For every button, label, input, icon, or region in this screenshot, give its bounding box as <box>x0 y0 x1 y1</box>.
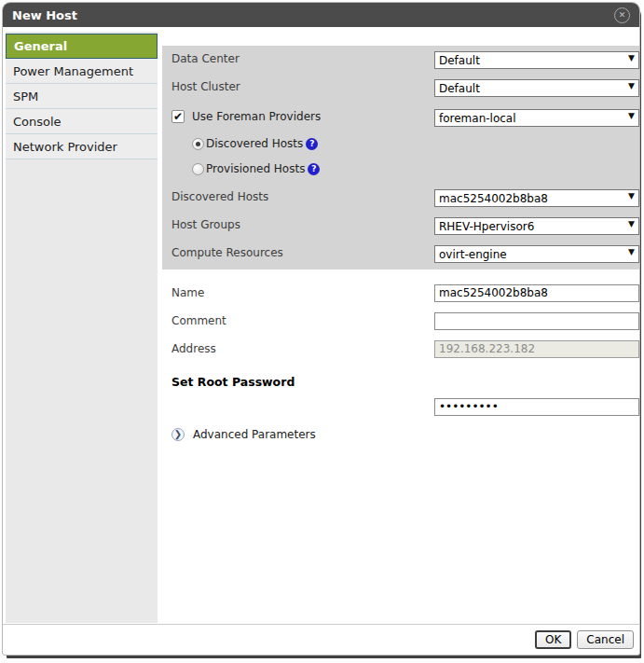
close-icon[interactable]: ✕ <box>614 7 630 23</box>
discovered-hosts-radio[interactable] <box>192 138 204 150</box>
sidebar-item-spm[interactable]: SPM <box>6 84 158 109</box>
sidebar-item-general[interactable]: General <box>6 34 158 59</box>
use-foreman-label: Use Foreman Providers <box>192 110 321 123</box>
new-host-dialog-page: New Host ✕ General Power Management SPM … <box>0 0 644 663</box>
host-groups-select-wrap: RHEV-Hpervisor6 ▼ <box>434 216 639 234</box>
ok-button[interactable]: OK <box>535 630 571 649</box>
data-center-select-wrap: Default ▼ <box>434 50 639 68</box>
category-sidebar: General Power Management SPM Console Net… <box>6 32 158 623</box>
discovered-hosts-row: Discovered Hosts mac5254002b8ba8 ▼ <box>171 187 639 206</box>
data-center-row: Data Center Default ▼ <box>171 49 639 68</box>
comment-input[interactable] <box>434 312 639 330</box>
foreman-provider-select-wrap: foreman-local ▼ <box>434 108 639 126</box>
address-input <box>434 340 639 358</box>
address-label: Address <box>171 342 434 355</box>
compute-resources-row: Compute Resources ovirt-engine ▼ <box>171 243 639 262</box>
sidebar-item-label: Network Provider <box>13 140 117 154</box>
new-host-dialog: New Host ✕ General Power Management SPM … <box>2 2 640 656</box>
sidebar-item-label: SPM <box>13 90 38 104</box>
cancel-button[interactable]: Cancel <box>577 630 634 649</box>
sidebar-item-network-provider[interactable]: Network Provider <box>6 134 158 159</box>
discovered-hosts-select[interactable]: mac5254002b8ba8 <box>434 189 639 207</box>
sidebar-item-power-management[interactable]: Power Management <box>6 59 158 84</box>
provisioned-hosts-radio[interactable] <box>192 163 204 175</box>
provisioned-hosts-radio-row: Provisioned Hosts ? <box>192 159 644 178</box>
name-label: Name <box>171 286 434 299</box>
foreman-provider-select[interactable]: foreman-local <box>434 109 639 127</box>
footer: OK Cancel <box>3 625 639 655</box>
host-groups-label: Host Groups <box>171 218 434 231</box>
host-cluster-select-wrap: Default ▼ <box>434 78 639 96</box>
discovered-hosts-select-wrap: mac5254002b8ba8 ▼ <box>434 188 639 206</box>
discovered-hosts-label: Discovered Hosts <box>171 190 434 203</box>
discovered-hosts-radio-row: Discovered Hosts ? <box>192 134 644 153</box>
root-password-row <box>171 397 639 416</box>
sidebar-item-label: Power Management <box>13 64 133 78</box>
use-foreman-row: ✔ Use Foreman Providers foreman-local ▼ <box>171 107 639 126</box>
use-foreman-checkbox[interactable]: ✔ <box>171 110 185 123</box>
dialog-title: New Host <box>3 8 77 22</box>
sidebar-item-console[interactable]: Console <box>6 109 158 134</box>
address-row: Address <box>171 339 639 358</box>
dialog-titlebar: New Host ✕ <box>3 3 639 27</box>
data-center-label: Data Center <box>171 52 434 65</box>
help-icon[interactable]: ? <box>306 138 318 150</box>
advanced-parameters-expander[interactable]: ❯ Advanced Parameters <box>171 428 316 441</box>
expand-arrow-icon: ❯ <box>171 428 185 441</box>
host-groups-row: Host Groups RHEV-Hpervisor6 ▼ <box>171 215 639 234</box>
host-cluster-row: Host Cluster Default ▼ <box>171 77 639 96</box>
comment-label: Comment <box>171 314 434 327</box>
comment-row: Comment <box>171 311 639 330</box>
host-cluster-select[interactable]: Default <box>434 79 639 97</box>
root-password-input[interactable] <box>434 398 639 416</box>
name-input[interactable] <box>434 284 639 302</box>
sidebar-item-label: Console <box>13 115 62 129</box>
set-root-password-header: Set Root Password <box>171 375 295 389</box>
name-row: Name <box>171 283 639 302</box>
data-center-select[interactable]: Default <box>434 51 639 69</box>
compute-resources-select[interactable]: ovirt-engine <box>434 245 639 263</box>
host-cluster-label: Host Cluster <box>171 80 434 93</box>
provisioned-hosts-radio-label: Provisioned Hosts <box>206 162 305 175</box>
sidebar-item-label: General <box>14 39 67 53</box>
discovered-hosts-radio-label: Discovered Hosts <box>206 137 303 150</box>
compute-resources-label: Compute Resources <box>171 246 434 259</box>
compute-resources-select-wrap: ovirt-engine ▼ <box>434 244 639 262</box>
host-groups-select[interactable]: RHEV-Hpervisor6 <box>434 217 639 235</box>
help-icon[interactable]: ? <box>308 163 320 175</box>
advanced-parameters-label: Advanced Parameters <box>193 428 316 441</box>
